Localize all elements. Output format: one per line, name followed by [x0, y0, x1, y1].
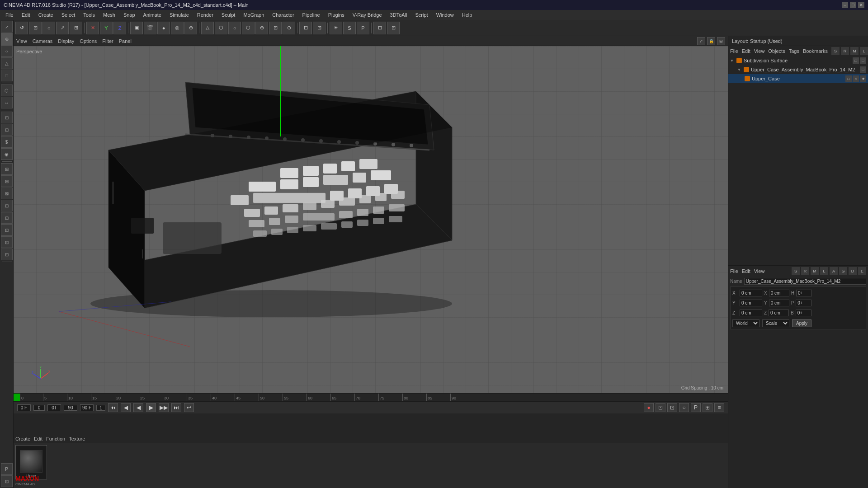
menu-vray[interactable]: V-Ray Bridge	[349, 11, 386, 19]
y-icon[interactable]: Y	[100, 22, 113, 34]
grid-icon[interactable]: ⊞	[70, 22, 82, 34]
vr-icon[interactable]: ⊕	[184, 22, 197, 34]
cam-icon[interactable]: ○	[42, 22, 55, 34]
viewport-expand-icon[interactable]: ⤢	[697, 37, 705, 45]
tool-17[interactable]: ⊡	[1, 236, 13, 248]
minimize-button[interactable]: –	[842, 2, 848, 8]
tool-19[interactable]: P	[1, 463, 13, 475]
z-pos-input[interactable]	[740, 310, 762, 316]
tool-2[interactable]: ○	[1, 45, 13, 57]
maximize-button[interactable]: □	[850, 2, 856, 8]
view-menu[interactable]: View	[16, 38, 27, 44]
bot-file-menu[interactable]: File	[730, 268, 738, 274]
x-rot-input[interactable]	[769, 290, 789, 296]
menu-render[interactable]: Render	[193, 11, 217, 19]
end-frame-input[interactable]	[64, 405, 77, 411]
render-icon[interactable]: 🎬	[144, 22, 156, 34]
tool-16[interactable]: ⊡	[1, 224, 13, 236]
obj-bookmarks-menu[interactable]: Bookmarks	[803, 48, 828, 54]
menu-character[interactable]: Character	[269, 11, 297, 19]
menu-snap[interactable]: Snap	[120, 11, 139, 19]
obj-item-assembly[interactable]: ▼ Upper_Case_Assembly_MacBook_Pro_14_M2 …	[728, 65, 868, 74]
menu-script[interactable]: Script	[412, 11, 432, 19]
viewport-canvas[interactable]: Perspective	[14, 46, 728, 393]
obj-icon-s[interactable]: S	[831, 47, 840, 55]
menu-animate[interactable]: Animate	[140, 11, 165, 19]
tool-7[interactable]: ⊡	[1, 112, 13, 123]
fps-input[interactable]	[96, 405, 105, 411]
cyl-icon[interactable]: ○	[228, 22, 241, 34]
close-button[interactable]: ✕	[858, 2, 864, 8]
bot-e[interactable]: E	[858, 267, 866, 275]
bot-m[interactable]: M	[811, 267, 819, 275]
effector-icon[interactable]: ⊡	[313, 22, 326, 34]
add-icon[interactable]: ⊕	[255, 22, 268, 34]
goto-end-button[interactable]: ⏭	[171, 403, 181, 412]
nurbs-icon[interactable]: ⊙	[283, 22, 295, 34]
tool-4[interactable]: □	[1, 70, 13, 81]
s-icon[interactable]: S	[343, 22, 356, 34]
texture-menu[interactable]: Texture	[69, 436, 85, 441]
goto-start-button[interactable]: ⏮	[108, 403, 118, 412]
vray2-icon[interactable]: ⊡	[387, 22, 400, 34]
viewport-lock-icon[interactable]: 🔒	[707, 37, 715, 45]
menu-sculpt[interactable]: Sculpt	[218, 11, 239, 19]
tool-11[interactable]: ⊞	[1, 163, 13, 175]
obj-objects-menu[interactable]: Objects	[768, 48, 785, 54]
obj-item-uppercase[interactable]: Upper_Case □ ✕ ★	[728, 74, 868, 83]
ir-icon[interactable]: ●	[157, 22, 170, 34]
create-menu[interactable]: Create	[15, 436, 30, 441]
viewport-layout-icon[interactable]: ⊞	[717, 37, 725, 45]
obj-icon[interactable]: ⊡	[29, 22, 42, 34]
b-val-input[interactable]	[796, 310, 811, 316]
tool-9[interactable]: $	[1, 136, 13, 148]
menu-create[interactable]: Create	[35, 11, 57, 19]
loop-button[interactable]: ↩	[184, 403, 194, 412]
menu-tools[interactable]: Tools	[80, 11, 99, 19]
frame-left-input[interactable]	[33, 405, 45, 411]
tool-6[interactable]: ↔	[1, 97, 13, 108]
menu-select[interactable]: Select	[58, 11, 79, 19]
obj-edit-menu[interactable]: Edit	[742, 48, 750, 54]
bot-l[interactable]: L	[820, 267, 828, 275]
sphere-icon[interactable]: ⬡	[215, 22, 227, 34]
obj-icon-l[interactable]: L	[860, 47, 868, 55]
record-icon[interactable]: ●	[644, 403, 654, 412]
play-forward-button[interactable]: ▶▶	[159, 403, 169, 412]
p-icon[interactable]: P	[357, 22, 369, 34]
bot-r[interactable]: R	[801, 267, 809, 275]
tool-20[interactable]: ⊡	[1, 475, 13, 487]
menu-file[interactable]: File	[2, 11, 17, 19]
bot-s[interactable]: S	[792, 267, 800, 275]
material-slot[interactable]: Uppe	[15, 445, 47, 479]
menu-window[interactable]: Window	[433, 11, 458, 19]
world-select[interactable]: World	[732, 319, 760, 327]
obj-icon-r[interactable]: R	[841, 47, 849, 55]
options-menu[interactable]: Options	[80, 38, 97, 44]
tool-14[interactable]: ⊡	[1, 200, 13, 211]
obj-tags-menu[interactable]: Tags	[789, 48, 799, 54]
bot-a[interactable]: A	[830, 267, 838, 275]
cube-icon[interactable]: △	[201, 22, 214, 34]
tool-13[interactable]: ⊠	[1, 188, 13, 199]
render2-icon[interactable]: ◎	[171, 22, 184, 34]
tool-3[interactable]: △	[1, 57, 13, 69]
vray1-icon[interactable]: ⊡	[373, 22, 386, 34]
tool-18[interactable]: ⊡	[1, 249, 13, 260]
tool-12[interactable]: ⊟	[1, 175, 13, 187]
scale-select[interactable]: Scale	[762, 319, 789, 327]
light-icon[interactable]: ↗	[56, 22, 69, 34]
cameras-menu[interactable]: Cameras	[33, 38, 53, 44]
key-icon[interactable]: ⊡	[667, 403, 677, 412]
tool-10[interactable]: ◉	[1, 148, 13, 160]
function-menu[interactable]: Function	[46, 436, 65, 441]
menu-edit[interactable]: Edit	[18, 11, 34, 19]
step-back-button[interactable]: ◀	[121, 403, 131, 412]
tool-8[interactable]: ⊡	[1, 124, 13, 136]
apply-button[interactable]: Apply	[792, 319, 811, 327]
menu-mesh[interactable]: Mesh	[99, 11, 119, 19]
name-input[interactable]	[744, 278, 866, 285]
edit-menu[interactable]: Edit	[34, 436, 42, 441]
tool-5[interactable]: ⬡	[1, 84, 13, 96]
x-pos-input[interactable]	[740, 290, 762, 296]
